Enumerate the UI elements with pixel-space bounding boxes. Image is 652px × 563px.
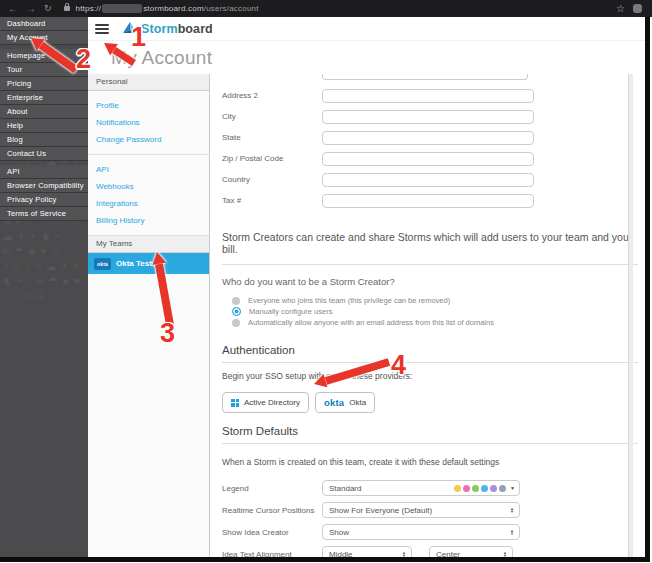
url-redaction-blur — [102, 4, 142, 13]
url-scheme: https:// — [76, 4, 102, 13]
logo-row: Stormboard — [88, 17, 645, 41]
horizontal-alignment-select[interactable]: Center ▲▼ — [429, 546, 513, 557]
sidebar-item-about[interactable]: About — [0, 105, 88, 119]
sidebar-item-enterprise[interactable]: Enterprise — [0, 91, 88, 105]
team-name: Okta Tester — [116, 259, 159, 268]
cursor-positions-label: Realtime Cursor Positions — [222, 506, 322, 515]
default-row-legend: Legend Standard ▼ — [222, 480, 645, 496]
nav-link-notifications[interactable]: Notifications — [96, 114, 209, 131]
tax-input[interactable] — [322, 194, 534, 208]
idea-creator-label: Show Idea Creator — [222, 528, 322, 537]
default-row-text-alignment: Idea Text Alignment Middle ▲▼ Center ▲▼ — [222, 546, 645, 557]
select-stepper-icon: ▲▼ — [507, 507, 517, 513]
zip-input[interactable] — [322, 152, 534, 166]
radio-option-email-domains[interactable]: Automatically allow anyone with an email… — [232, 317, 645, 328]
okta-team-badge-icon: okta — [94, 258, 111, 270]
active-directory-button[interactable]: Active Directory — [222, 392, 309, 413]
stormboard-logo[interactable]: Stormboard — [123, 22, 213, 36]
nav-section-personal: Personal — [88, 74, 209, 91]
settings-nav: Personal Profile Notifications Change Pa… — [88, 74, 210, 557]
storm-creator-options: Everyone who joins this team (this privi… — [232, 295, 645, 328]
sidebar-group-site: Homepage Tour Pricing Enterprise About H… — [0, 49, 88, 161]
field-label-zip: Zip / Postal Code — [222, 154, 322, 163]
nav-link-integrations[interactable]: Integrations — [96, 195, 209, 212]
nav-link-webhooks[interactable]: Webhooks — [96, 178, 209, 195]
sidebar-item-help[interactable]: Help — [0, 119, 88, 133]
default-row-idea-creator: Show Idea Creator Show ▲▼ — [222, 524, 645, 540]
account-links: API Webhooks Integrations Billing Histor… — [88, 154, 209, 235]
authentication-heading: Authentication — [222, 344, 638, 363]
bookmark-star-icon[interactable]: ☆ — [616, 0, 625, 17]
radio-icon[interactable] — [232, 319, 240, 327]
legend-color-green — [472, 485, 479, 492]
field-label-address2: Address 2 — [222, 91, 322, 100]
browser-profile-icon[interactable] — [633, 4, 642, 13]
caret-down-icon: ▼ — [510, 485, 515, 491]
sso-subtext: Begin your SSO setup with one of these p… — [222, 371, 645, 381]
nav-link-profile[interactable]: Profile — [96, 97, 209, 114]
storm-creators-statement: Storm Creators can create and share Stor… — [222, 231, 638, 265]
sidebar-item-blog[interactable]: Blog — [0, 133, 88, 147]
default-row-cursor-positions: Realtime Cursor Positions Show For Every… — [222, 502, 645, 518]
page-title: My Account — [111, 47, 645, 69]
sidebar-item-browser-compatibility[interactable]: Browser Compatibility — [0, 179, 88, 193]
sidebar-item-contact-us[interactable]: Contact Us — [0, 147, 88, 161]
storm-defaults-subtext: When a Storm is created on this team, cr… — [222, 457, 645, 467]
sidebar-item-dashboard[interactable]: Dashboard — [0, 17, 88, 31]
browser-forward-icon[interactable]: → — [26, 0, 36, 17]
idea-creator-select[interactable]: Show ▲▼ — [322, 524, 520, 540]
field-label-country: Country — [222, 175, 322, 184]
radio-option-manually-configure[interactable]: Manually configure users — [232, 306, 645, 317]
url-field[interactable]: https:// stormboard.com/users/account — [76, 4, 259, 13]
form-row: Country — [222, 169, 645, 190]
nav-link-api[interactable]: API — [96, 161, 209, 178]
browser-reload-icon[interactable]: ↻ — [44, 0, 52, 17]
radio-icon-selected[interactable] — [232, 307, 241, 316]
field-label-state: State — [222, 133, 322, 142]
okta-button[interactable]: okta Okta — [315, 392, 375, 413]
form-row: Zip / Postal Code — [222, 148, 645, 169]
legend-dropdown[interactable]: Standard ▼ — [322, 480, 520, 496]
vertical-alignment-select[interactable]: Middle ▲▼ — [322, 546, 412, 557]
app-window: ✎☁✈☀♞✂♪✉☂★♥☺◔%λ✎☁✈☀♞✂♪✉☂★♥☺◔%λ✎☁✈☀♞✂♪✉☂★… — [0, 17, 650, 562]
nav-section-my-teams: My Teams — [88, 235, 209, 253]
form-row: State — [222, 127, 645, 148]
windows-icon — [231, 399, 239, 407]
address2-input[interactable] — [322, 89, 534, 103]
vertical-scrollbar[interactable] — [628, 74, 633, 557]
nav-link-billing-history[interactable]: Billing History — [96, 212, 209, 229]
field-label-tax: Tax # — [222, 196, 322, 205]
sidebar-item-my-account[interactable]: My Account — [0, 31, 88, 45]
storm-defaults-heading: Storm Defaults — [222, 425, 638, 444]
sidebar-item-pricing[interactable]: Pricing — [0, 77, 88, 91]
sidebar-item-terms-of-service[interactable]: Terms of Service — [0, 207, 88, 221]
url-host: stormboard.com — [143, 4, 204, 13]
select-stepper-icon: ▲▼ — [399, 551, 409, 557]
hamburger-menu-icon[interactable] — [95, 24, 109, 34]
sidebar-item-homepage[interactable]: Homepage — [0, 49, 88, 63]
form-row: Tax # — [222, 190, 645, 211]
ssl-lock-icon — [64, 6, 70, 11]
browser-address-bar: ← → ↻ https:// stormboard.com/users/acco… — [0, 0, 652, 17]
storm-creator-question: Who do you want to be a Storm Creator? — [222, 276, 645, 287]
legend-color-yellow — [454, 485, 461, 492]
clipped-input-top[interactable] — [322, 74, 528, 80]
sidebar-item-privacy-policy[interactable]: Privacy Policy — [0, 193, 88, 207]
browser-back-icon[interactable]: ← — [8, 0, 18, 17]
page-header: Stormboard My Account — [88, 17, 645, 75]
sso-provider-buttons: Active Directory okta Okta — [222, 392, 645, 413]
state-input[interactable] — [322, 131, 534, 145]
legend-color-slate — [499, 485, 506, 492]
nav-link-change-password[interactable]: Change Password — [96, 131, 209, 148]
sidebar-item-tour[interactable]: Tour — [0, 63, 88, 77]
radio-option-everyone[interactable]: Everyone who joins this team (this privi… — [232, 295, 645, 306]
team-item-okta-tester[interactable]: okta Okta Tester — [88, 253, 209, 274]
country-input[interactable] — [322, 173, 534, 187]
billing-fields: Address 2 City State Zip / Postal Code C… — [222, 85, 645, 211]
sidebar-item-api[interactable]: API — [0, 165, 88, 179]
city-input[interactable] — [322, 110, 534, 124]
cursor-positions-select[interactable]: Show For Everyone (Default) ▲▼ — [322, 502, 520, 518]
radio-icon[interactable] — [232, 297, 240, 305]
stormboard-logo-text: Stormboard — [141, 22, 213, 36]
sidebar-group-legal: API Browser Compatibility Privacy Policy… — [0, 165, 88, 221]
